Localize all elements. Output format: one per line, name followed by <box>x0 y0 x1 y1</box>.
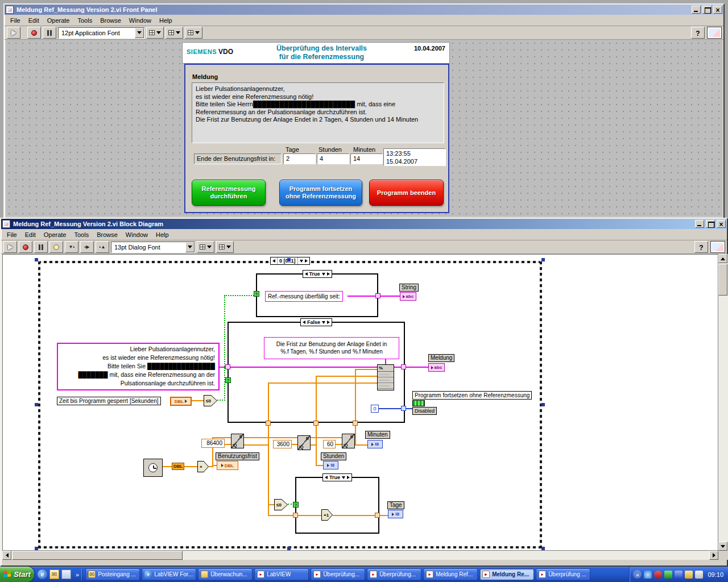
benutzungsfrist-indicator-label[interactable]: Benutzungsfrist <box>216 452 259 460</box>
pause-button[interactable] <box>34 241 48 253</box>
scroll-left-button[interactable] <box>2 551 11 560</box>
constant-3600[interactable]: 3600 <box>273 440 292 448</box>
case-selector[interactable]: True <box>302 270 332 278</box>
menu-item[interactable]: Operate <box>40 230 71 240</box>
property-node-label[interactable]: Programm fortsetzen ohne Referenzmessung <box>412 391 532 400</box>
message-string-constant[interactable]: Lieber Pulsationsanlagennutzer,es ist wi… <box>57 343 220 390</box>
menu-item[interactable]: Edit <box>21 230 40 240</box>
step-out-button[interactable]: ▪▲ <box>96 241 109 253</box>
maximize-button[interactable] <box>702 6 712 14</box>
taskbar-task[interactable]: LabVIEW <box>254 568 309 580</box>
scroll-down-button[interactable] <box>718 542 727 551</box>
quotient-remainder-node[interactable]: RIQ <box>231 434 244 448</box>
quotient-remainder-node[interactable]: RIQ <box>297 435 311 450</box>
increment-node[interactable]: +1 <box>321 509 333 521</box>
taskbar-task[interactable]: Posteingang ... <box>85 568 140 580</box>
taskbar-task[interactable]: Überwachun... <box>198 568 253 580</box>
menu-item[interactable]: Browse <box>96 15 125 26</box>
elapsed-time-icon[interactable] <box>143 459 163 477</box>
previous-case-arrow[interactable] <box>304 272 307 276</box>
zeit-control-label[interactable]: Zeit bis Programm gesperrt [Sekunden] <box>57 397 161 405</box>
fp-titlebar[interactable]: Meldung Ref_Messung Version 2.vi Front P… <box>5 5 723 15</box>
case-dropdown-arrow[interactable] <box>342 476 345 479</box>
less-equal-zero-node[interactable]: ≤0 <box>274 499 288 510</box>
menu-item[interactable]: Window <box>125 15 155 26</box>
minuten-indicator-terminal[interactable]: I8 <box>367 440 383 448</box>
menu-item[interactable]: Edit <box>24 15 43 26</box>
menu-item[interactable]: Help <box>152 230 173 240</box>
stunden-indicator-terminal[interactable]: I8 <box>323 461 338 469</box>
menu-item[interactable]: Tools <box>70 230 93 240</box>
stunden-indicator-label[interactable]: Stunden <box>321 452 346 460</box>
meldung-indicator-label[interactable]: Meldung <box>428 354 454 362</box>
volume-icon[interactable] <box>685 571 693 579</box>
help-button[interactable] <box>694 241 708 253</box>
menu-item[interactable]: Operate <box>43 15 74 26</box>
vi-icon[interactable] <box>710 241 725 253</box>
zeit-control-terminal[interactable]: DBL <box>170 397 192 406</box>
property-node-disabled[interactable]: Disabled <box>412 400 437 415</box>
run-button[interactable] <box>3 241 17 253</box>
next-case-arrow[interactable] <box>327 321 330 324</box>
pause-button[interactable] <box>43 27 56 39</box>
messenger-icon[interactable] <box>664 571 672 579</box>
benutzungsfrist-indicator-terminal[interactable]: DBL <box>217 461 238 470</box>
combo-arrow[interactable] <box>135 28 144 38</box>
resize-objects-dropdown[interactable] <box>185 27 202 39</box>
minimize-button[interactable] <box>695 220 704 228</box>
minimize-button[interactable] <box>692 6 701 14</box>
less-equal-zero-node[interactable]: ≤0 <box>204 395 217 406</box>
menu-item[interactable]: Tools <box>73 15 96 26</box>
next-frame-arrow[interactable] <box>305 259 308 263</box>
fortsetzen-button[interactable]: Programm fortsetzen ohne Referenzmessung <box>279 180 362 206</box>
meldung-indicator-terminal[interactable]: abc <box>428 363 445 372</box>
distribute-objects-dropdown[interactable] <box>166 27 183 39</box>
help-button[interactable] <box>691 27 705 39</box>
abort-button[interactable] <box>19 241 32 253</box>
tage-field[interactable]: 2 <box>283 153 316 164</box>
minuten-indicator-label[interactable]: Minuten <box>365 431 390 439</box>
menu-item[interactable]: Browse <box>93 230 122 240</box>
bd-titlebar[interactable]: Meldung Ref_Messung Version 2.vi Block D… <box>1 219 727 229</box>
horizontal-scrollbar[interactable] <box>2 551 718 560</box>
step-into-button[interactable]: ▼▪ <box>65 241 78 253</box>
add-node[interactable]: + <box>197 461 209 472</box>
vi-icon[interactable] <box>707 27 722 39</box>
case-structure-tage[interactable]: True <box>295 477 379 534</box>
scroll-right-button[interactable] <box>709 551 718 560</box>
close-button[interactable] <box>717 220 726 228</box>
case-dropdown-arrow[interactable] <box>322 273 325 276</box>
taskbar-task[interactable]: Meldung Re... <box>479 568 534 580</box>
overdue-string-constant[interactable]: Ref.-messung überfällig seit: <box>265 291 343 302</box>
highlight-execution-button[interactable] <box>49 241 63 253</box>
minuten-field[interactable]: 14 <box>350 153 383 164</box>
outlook-icon[interactable] <box>49 569 59 579</box>
constant-60[interactable]: 60 <box>323 440 336 448</box>
frame-dropdown-arrow[interactable] <box>300 260 303 263</box>
align-objects-dropdown[interactable] <box>146 27 164 39</box>
menu-item[interactable]: Window <box>122 230 152 240</box>
start-button[interactable]: Start <box>0 567 34 582</box>
network-icon[interactable] <box>675 571 682 579</box>
combo-arrow[interactable] <box>185 242 195 252</box>
horizontal-scroll-thumb[interactable] <box>12 551 183 560</box>
taskbar-task[interactable]: Überprüfung... <box>367 568 421 580</box>
next-case-arrow[interactable] <box>347 476 350 479</box>
taskbar-task[interactable]: LabVIEW For... <box>142 568 196 580</box>
previous-case-arrow[interactable] <box>325 476 328 479</box>
constant-86400[interactable]: 86400 <box>201 439 225 448</box>
align-objects-dropdown[interactable] <box>197 241 214 253</box>
format-into-string-node[interactable]: % <box>377 364 394 390</box>
step-over-button[interactable]: ▪▶ <box>80 241 94 253</box>
referenzmessung-button[interactable]: Referenzmessung durchführen <box>192 180 266 206</box>
case-dropdown-arrow[interactable] <box>322 321 325 324</box>
frist-format-string-constant[interactable]: Die Frist zur Benutzung der Anlage Endet… <box>264 337 399 359</box>
font-selector[interactable]: 12pt Application Font <box>58 27 144 39</box>
string-indicator-terminal[interactable]: abc <box>400 292 416 301</box>
next-case-arrow[interactable] <box>327 272 330 276</box>
taskbar-task[interactable]: Überprüfung ... <box>536 568 590 580</box>
close-button[interactable] <box>713 6 722 14</box>
tage-indicator-terminal[interactable]: I8 <box>388 510 403 518</box>
show-desktop-icon[interactable] <box>61 569 71 579</box>
menu-item[interactable]: Help <box>155 15 176 26</box>
